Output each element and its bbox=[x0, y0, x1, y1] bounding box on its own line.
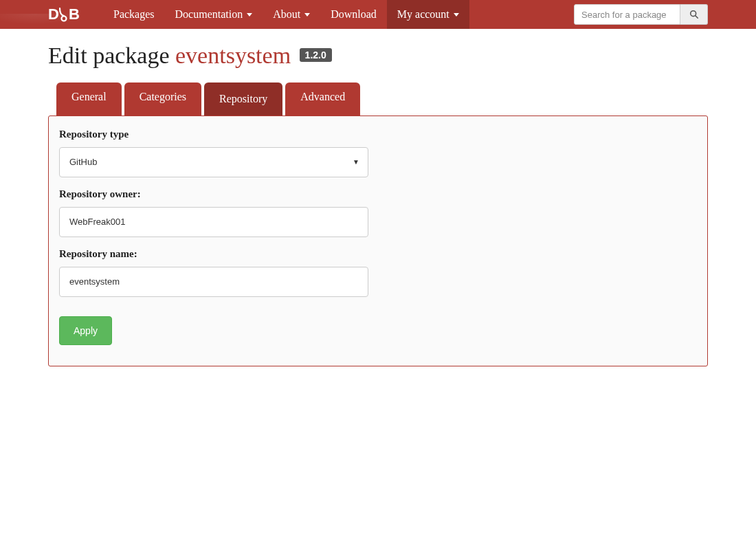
search-input[interactable] bbox=[574, 4, 680, 25]
repo-type-value: GitHub bbox=[69, 157, 97, 167]
repo-owner-group: Repository owner: bbox=[59, 188, 697, 237]
navbar: D B Packages Documentation About Downloa… bbox=[0, 0, 756, 29]
svg-text:D: D bbox=[48, 6, 59, 23]
repo-type-select[interactable]: GitHub ▼ bbox=[59, 147, 368, 177]
form-panel: Repository type GitHub ▼ Repository owne… bbox=[48, 116, 708, 366]
repo-name-input[interactable] bbox=[59, 267, 368, 297]
svg-text:B: B bbox=[69, 6, 80, 23]
package-name: eventsystem bbox=[175, 43, 291, 68]
logo[interactable]: D B bbox=[48, 6, 82, 23]
search-icon bbox=[689, 10, 699, 19]
repo-owner-label: Repository owner: bbox=[59, 188, 697, 200]
nav-documentation[interactable]: Documentation bbox=[165, 0, 263, 29]
tab-general[interactable]: General bbox=[56, 82, 122, 116]
search-wrap bbox=[574, 4, 708, 25]
apply-button[interactable]: Apply bbox=[59, 316, 112, 345]
nav-my-account[interactable]: My account bbox=[387, 0, 469, 29]
tab-categories[interactable]: Categories bbox=[124, 82, 201, 116]
search-button[interactable] bbox=[680, 4, 708, 25]
repo-name-label: Repository name: bbox=[59, 248, 697, 260]
main-container: Edit package eventsystem 1.2.0 General C… bbox=[48, 29, 708, 366]
nav-download[interactable]: Download bbox=[320, 0, 387, 29]
tabs: General Categories Repository Advanced bbox=[48, 82, 708, 116]
dub-logo-icon: D B bbox=[48, 6, 82, 23]
nav-items: Packages Documentation About Download My… bbox=[103, 0, 469, 29]
nav-about-label: About bbox=[273, 0, 300, 29]
caret-down-icon bbox=[247, 13, 252, 16]
repo-type-label: Repository type bbox=[59, 129, 697, 140]
nav-packages[interactable]: Packages bbox=[103, 0, 165, 29]
caret-down-icon bbox=[304, 13, 310, 16]
repo-type-group: Repository type GitHub ▼ bbox=[59, 129, 697, 177]
repo-owner-input[interactable] bbox=[59, 207, 368, 237]
tab-advanced[interactable]: Advanced bbox=[285, 82, 360, 116]
repo-name-group: Repository name: bbox=[59, 248, 697, 297]
nav-documentation-label: Documentation bbox=[175, 0, 243, 29]
version-badge: 1.2.0 bbox=[300, 48, 332, 62]
tab-repository[interactable]: Repository bbox=[204, 82, 282, 116]
svg-line-4 bbox=[695, 16, 698, 19]
nav-about[interactable]: About bbox=[263, 0, 320, 29]
chevron-down-icon: ▼ bbox=[353, 158, 359, 166]
page-title: Edit package eventsystem 1.2.0 bbox=[48, 43, 708, 69]
svg-point-1 bbox=[62, 16, 67, 21]
caret-down-icon bbox=[454, 13, 459, 16]
nav-my-account-label: My account bbox=[397, 0, 449, 29]
title-prefix: Edit package bbox=[48, 43, 175, 68]
